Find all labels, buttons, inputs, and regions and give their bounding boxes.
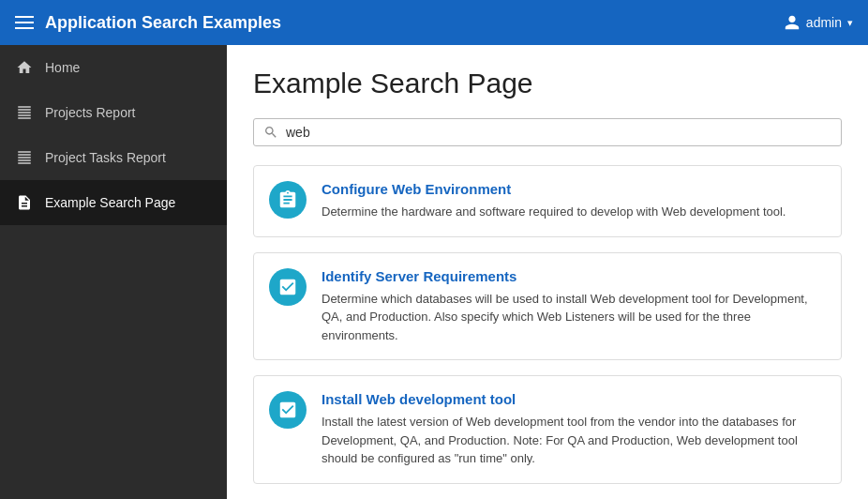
sidebar-label-projects-report: Projects Report	[45, 105, 135, 120]
sidebar-label-home: Home	[45, 60, 80, 75]
result-icon-2	[269, 268, 307, 306]
main-layout: Home Projects Report Project Tasks Repor…	[0, 45, 868, 499]
result-content-1: Configure Web Environment Determine the …	[322, 181, 786, 221]
result-content-2: Identify Server Requirements Determine w…	[322, 268, 826, 345]
result-item-3: Install Web development tool Install the…	[253, 375, 842, 484]
result-item-2: Identify Server Requirements Determine w…	[253, 252, 842, 361]
sidebar: Home Projects Report Project Tasks Repor…	[0, 45, 227, 499]
result-title-3[interactable]: Install Web development tool	[322, 391, 826, 407]
search-icon	[263, 125, 278, 140]
hamburger-menu-icon[interactable]	[15, 16, 34, 29]
result-content-3: Install Web development tool Install the…	[322, 391, 826, 468]
result-desc-3: Install the latest version of Web develo…	[322, 413, 826, 468]
result-icon-3	[269, 391, 307, 429]
sidebar-item-home[interactable]: Home	[0, 45, 227, 90]
result-title-1[interactable]: Configure Web Environment	[322, 181, 786, 197]
page-title: Example Search Page	[253, 68, 842, 99]
sidebar-label-example-search-page: Example Search Page	[45, 195, 175, 210]
result-item-1: Configure Web Environment Determine the …	[253, 165, 842, 237]
result-icon-1	[269, 181, 307, 219]
table-icon-projects	[15, 103, 34, 122]
result-desc-2: Determine which databases will be used t…	[322, 290, 826, 345]
document-icon	[15, 193, 34, 212]
result-desc-1: Determine the hardware and software requ…	[322, 203, 786, 221]
sidebar-item-example-search-page[interactable]: Example Search Page	[0, 180, 227, 225]
main-content: Example Search Page web Configure Web En…	[227, 45, 868, 499]
home-icon	[15, 58, 34, 77]
sidebar-item-project-tasks-report[interactable]: Project Tasks Report	[0, 135, 227, 180]
chevron-down-icon: ▾	[847, 17, 853, 29]
result-title-2[interactable]: Identify Server Requirements	[322, 268, 826, 284]
search-container: web	[253, 118, 842, 146]
header-left: Application Search Examples	[15, 13, 281, 33]
person-icon	[784, 14, 801, 31]
sidebar-item-projects-report[interactable]: Projects Report	[0, 90, 227, 135]
app-header: Application Search Examples admin ▾	[0, 0, 868, 45]
search-input[interactable]: web	[286, 125, 831, 140]
sidebar-label-project-tasks-report: Project Tasks Report	[45, 150, 166, 165]
user-name-label: admin	[806, 15, 842, 30]
table-icon-tasks	[15, 148, 34, 167]
app-title: Application Search Examples	[45, 13, 281, 33]
user-menu[interactable]: admin ▾	[784, 14, 853, 31]
